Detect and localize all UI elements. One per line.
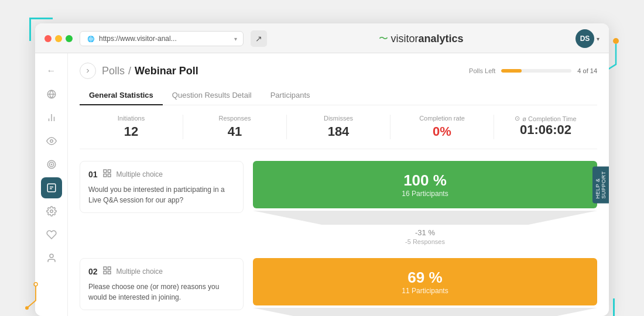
polls-left-label: Polls Left (469, 67, 495, 74)
initiations-value: 12 (80, 124, 183, 139)
sidebar-item-polls[interactable] (41, 177, 62, 198)
svg-rect-9 (47, 184, 56, 192)
completion-rate-value: 0% (390, 124, 494, 139)
svg-rect-18 (108, 267, 111, 270)
tab-general-statistics[interactable]: General Statistics (80, 86, 163, 105)
question-1-text: Would you be interested in participating… (88, 184, 235, 205)
initiations-label: Initiations (80, 115, 183, 122)
question-2-type: Multiple choice (117, 267, 163, 276)
polls-progress-fill (501, 69, 522, 73)
result-1-delta: -31 % -5 Responses (253, 225, 597, 249)
breadcrumb-parent: Polls (102, 65, 125, 77)
sidebar-item-eye[interactable] (41, 130, 62, 152)
minimize-button[interactable] (55, 35, 62, 42)
polls-count: 4 of 14 (577, 67, 597, 74)
svg-marker-21 (253, 308, 597, 316)
svg-rect-17 (104, 267, 107, 270)
tab-question-results[interactable]: Question Results Detail (163, 86, 261, 105)
svg-rect-14 (104, 174, 107, 177)
question-1-type-icon (102, 169, 112, 180)
sidebar-item-back[interactable]: ← (41, 60, 62, 81)
svg-point-2 (34, 283, 37, 286)
breadcrumb: Polls / Webinar Poll (102, 65, 198, 77)
deco-bottom-left (23, 279, 41, 316)
svg-marker-16 (253, 211, 597, 225)
stat-responses: Responses 41 (183, 115, 286, 139)
svg-rect-12 (104, 170, 107, 173)
svg-point-8 (51, 164, 52, 165)
question-row-1: 01 Multiple choice Would you be interest… (80, 161, 597, 249)
result-bar-section-1: 100 % 16 Participants -31 % -5 Response (253, 161, 597, 249)
question-card-2: 02 Multiple choice Please choose one (or… (80, 258, 244, 310)
svg-rect-15 (108, 174, 111, 177)
page-header: Polls / Webinar Poll Polls Left 4 of 14 (80, 63, 597, 79)
svg-point-3 (25, 306, 29, 310)
stats-row: Initiations 12 Responses 41 Dismisses 18… (80, 115, 597, 149)
completion-time-value: 01:06:02 (494, 122, 597, 138)
svg-rect-20 (108, 271, 111, 274)
stat-completion-time: ⊙ ø Completion Time 01:06:02 (494, 115, 597, 139)
sidebar-item-person[interactable] (41, 248, 62, 269)
tabs: General Statistics Question Results Deta… (80, 86, 597, 105)
favicon: 🌐 (86, 34, 95, 43)
address-text: https://www.visitor-anal... (99, 35, 231, 43)
question-1-header: 01 Multiple choice (88, 169, 235, 180)
dismisses-label: Dismisses (287, 115, 390, 122)
completion-time-label: ⊙ ø Completion Time (494, 115, 597, 122)
page-content: Polls / Webinar Poll Polls Left 4 of 14 (68, 53, 609, 316)
responses-label: Responses (183, 115, 286, 122)
svg-point-0 (613, 38, 619, 44)
app-logo: 〜 visitoranalytics (274, 33, 568, 45)
completion-rate-label: Completion rate (390, 115, 494, 122)
delta-1-responses: -5 Responses (253, 238, 597, 245)
stat-initiations: Initiations 12 (80, 115, 183, 139)
sidebar: ← (35, 53, 68, 316)
question-2-type-icon (102, 266, 112, 277)
questions-area: 01 Multiple choice Would you be interest… (80, 161, 597, 316)
result-2-participants: 11 Participants (263, 287, 587, 295)
stat-dismisses: Dismisses 184 (287, 115, 390, 139)
back-button[interactable] (80, 63, 96, 79)
polls-left-section: Polls Left 4 of 14 (469, 67, 597, 74)
logo-text: visitoranalytics (390, 33, 463, 45)
svg-rect-19 (104, 271, 107, 274)
address-chevron-icon: ▾ (234, 36, 237, 42)
browser-window: 🌐 https://www.visitor-anal... ▾ ↗ 〜 visi… (35, 23, 609, 316)
delta-1-percent: -31 % (253, 228, 597, 237)
reload-button[interactable]: ↗ (251, 30, 267, 47)
sidebar-item-globe[interactable] (41, 84, 62, 105)
question-1-number: 01 (88, 170, 98, 179)
address-bar[interactable]: 🌐 https://www.visitor-anal... ▾ (80, 31, 244, 46)
sidebar-item-settings[interactable] (41, 201, 62, 222)
dismisses-value: 184 (287, 124, 390, 139)
result-1-percent: 100 % (263, 171, 587, 190)
stat-completion-rate: Completion rate 0% (390, 115, 494, 139)
question-row-2: 02 Multiple choice Please choose one (or… (80, 258, 597, 316)
question-card-1: 01 Multiple choice Would you be interest… (80, 161, 244, 213)
result-bar-1: 100 % 16 Participants (253, 161, 597, 208)
result-bar-section-2: 69 % 11 Participants -38 % (253, 258, 597, 316)
breadcrumb-separator: / (128, 65, 131, 77)
breadcrumb-current: Webinar Poll (135, 65, 198, 77)
responses-value: 41 (183, 124, 286, 139)
result-bar-2: 69 % 11 Participants (253, 258, 597, 305)
sidebar-item-chart[interactable] (41, 107, 62, 128)
question-1-type: Multiple choice (117, 170, 163, 178)
browser-chrome: 🌐 https://www.visitor-anal... ▾ ↗ 〜 visi… (35, 23, 609, 53)
result-1-participants: 16 Participants (263, 190, 587, 198)
svg-point-5 (50, 140, 53, 143)
sidebar-item-heart[interactable] (41, 224, 62, 245)
question-2-number: 02 (88, 267, 98, 276)
tab-participants[interactable]: Participants (261, 86, 320, 105)
logo-wave-icon: 〜 (379, 33, 388, 45)
polls-progress-bar (501, 69, 571, 73)
svg-point-11 (50, 254, 53, 257)
help-support-button[interactable]: HELP & SUPPORT (592, 166, 609, 203)
maximize-button[interactable] (66, 35, 73, 42)
svg-rect-13 (108, 170, 111, 173)
result-2-percent: 69 % (263, 269, 587, 287)
completion-time-label-text: ø Completion Time (522, 115, 576, 122)
svg-point-10 (50, 210, 53, 213)
sidebar-item-target[interactable] (41, 154, 62, 175)
clock-icon: ⊙ (515, 115, 520, 122)
